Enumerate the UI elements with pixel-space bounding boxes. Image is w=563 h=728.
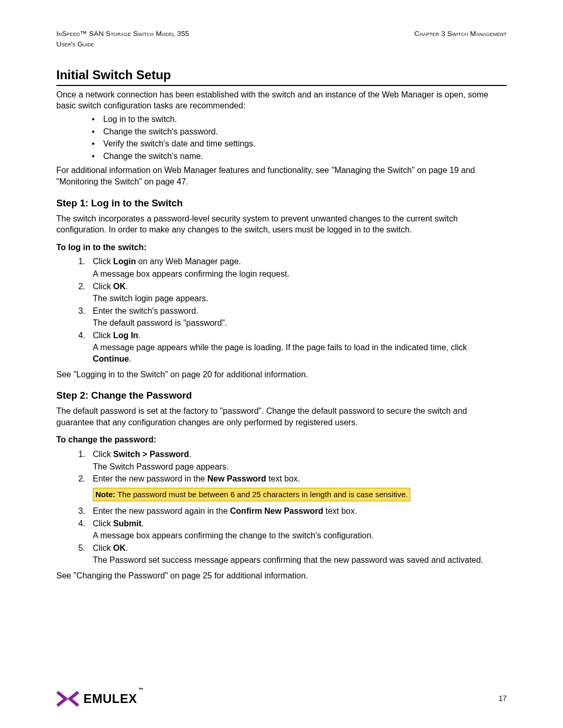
step-bold: OK xyxy=(113,282,126,291)
intro-bullet-list: Log in to the switch. Change the switch'… xyxy=(56,114,507,162)
step2-lead: To change the password: xyxy=(56,434,507,446)
step-sub: A message page appears while the page is… xyxy=(93,342,507,364)
list-item: Click Login on any Web Manager page. A m… xyxy=(88,256,507,279)
step2-title: Step 2: Change the Password xyxy=(56,389,507,402)
step-text: Enter the new password again in the xyxy=(93,507,230,515)
note-label: Note: xyxy=(95,490,115,499)
brand-logo: EMULEX™ xyxy=(56,690,144,707)
list-item: Change the switch's name. xyxy=(92,151,507,162)
list-item: Click OK. The Password set success messa… xyxy=(88,542,507,566)
step1-ordered-list: Click Login on any Web Manager page. A m… xyxy=(56,256,507,364)
step-text: . xyxy=(126,282,128,291)
list-item: Click OK. The switch login page appears. xyxy=(88,281,507,304)
header-left-line1: InSpeed™ SAN Storage Switch Model 355 xyxy=(56,29,189,39)
step-text: on any Web Manager page. xyxy=(136,257,241,266)
step-text: . xyxy=(126,544,128,552)
step-bold: Log In xyxy=(113,331,138,340)
header-right-line1: Chapter 3 Switch Management xyxy=(414,29,507,39)
step-text: Click xyxy=(93,331,113,340)
trademark-symbol: ™ xyxy=(138,687,144,693)
step-sub: A message box appears confirming the log… xyxy=(93,268,507,280)
step-text: text box. xyxy=(266,474,300,483)
step-text: Click xyxy=(93,282,113,291)
page-number: 17 xyxy=(498,694,507,704)
step-bold: Switch > Password xyxy=(113,450,189,459)
header-left-line2: User's Guide xyxy=(56,40,507,49)
step-text: text box. xyxy=(323,507,357,515)
step-sub: The default password is "password". xyxy=(93,317,507,329)
step-text: Click xyxy=(93,544,113,552)
step-text: Enter the new password in the xyxy=(93,474,207,483)
list-item: Click Submit. A message box appears conf… xyxy=(88,518,507,541)
page: InSpeed™ SAN Storage Switch Model 355 Ch… xyxy=(0,0,563,728)
list-item: Enter the switch's password. The default… xyxy=(88,305,507,329)
step-text: Click xyxy=(93,519,113,528)
step-sub-bold: Continue xyxy=(93,354,129,363)
step1-desc: The switch incorporates a password-level… xyxy=(56,213,507,236)
step-sub: A message box appears confirming the cha… xyxy=(93,530,507,541)
step-bold: Submit xyxy=(113,519,141,528)
page-footer: EMULEX™ 17 xyxy=(56,690,507,707)
list-item: Click Log In. A message page appears whi… xyxy=(88,330,507,365)
list-item: Enter the new password again in the Conf… xyxy=(88,505,507,517)
step-bold: Confirm New Password xyxy=(230,507,323,515)
step-text: . xyxy=(141,519,143,528)
list-item: Click Switch > Password. The Switch Pass… xyxy=(88,449,507,472)
step-sub: The Password set success message appears… xyxy=(93,554,507,566)
step1-seealso: See "Logging in to the Switch" on page 2… xyxy=(56,369,507,380)
note-text: The password must be between 6 and 25 ch… xyxy=(115,490,408,499)
list-item: Enter the new password in the New Passwo… xyxy=(88,473,507,504)
step-text: Click xyxy=(93,257,113,266)
step-sub: The switch login page appears. xyxy=(93,293,507,304)
step-sub: The Switch Password page appears. xyxy=(93,461,507,473)
step1-lead: To log in to the switch: xyxy=(56,242,507,253)
list-item: Verify the switch's date and time settin… xyxy=(92,138,507,150)
list-item: Change the switch's password. xyxy=(92,126,507,138)
additional-info: For additional information on Web Manage… xyxy=(56,165,507,187)
brand-name: EMULEX™ xyxy=(83,690,144,707)
step-bold: OK xyxy=(113,544,126,552)
brand-name-text: EMULEX xyxy=(83,692,137,706)
step2-seealso: See "Changing the Password" on page 25 f… xyxy=(56,570,507,582)
note-box: Note: The password must be between 6 and… xyxy=(93,488,410,501)
step-sub-text: . xyxy=(129,354,131,363)
brand-logo-icon xyxy=(56,691,79,707)
step-text: . xyxy=(138,331,140,340)
step-sub-text: A message page appears while the page is… xyxy=(93,343,467,352)
step2-ordered-list: Click Switch > Password. The Switch Pass… xyxy=(56,449,507,566)
step-bold: New Password xyxy=(207,474,266,483)
intro-paragraph: Once a network connection has been estab… xyxy=(56,89,507,112)
step1-title: Step 1: Log in to the Switch xyxy=(56,197,507,210)
step-text: . xyxy=(189,450,191,459)
page-header: InSpeed™ SAN Storage Switch Model 355 Ch… xyxy=(56,29,507,39)
step-bold: Login xyxy=(113,257,136,266)
list-item: Log in to the switch. xyxy=(92,114,507,125)
step2-desc: The default password is set at the facto… xyxy=(56,405,507,428)
main-title: Initial Switch Setup xyxy=(56,67,507,85)
step-text: Click xyxy=(93,450,113,459)
step-text: Enter the switch's password. xyxy=(93,306,198,315)
